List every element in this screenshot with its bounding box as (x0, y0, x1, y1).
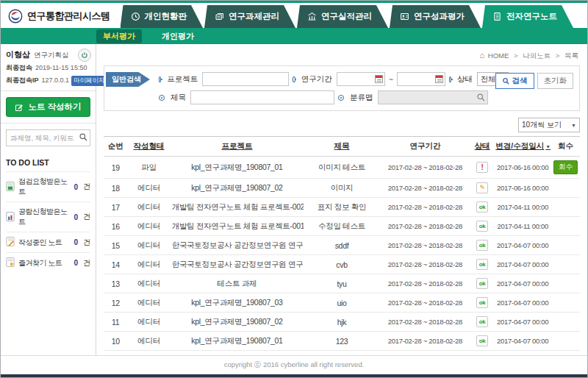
table-row[interactable]: 15 에디터 한국국토정보공사 공간정보연구원 연구과제 sddf 2017-0… (104, 236, 580, 255)
table-row[interactable]: 17 에디터 개발팀 전자연구노트 체험 프로젝트-002 표지 정보 확인 2… (104, 198, 580, 217)
cell-period: 2017-02-28 ~ 2018-02-28 (380, 332, 470, 351)
table-row[interactable]: 13 에디터 테스트 과제 tyu 2017-02-28 ~ 2018-02-2… (104, 274, 580, 293)
reset-button[interactable]: 초기화 (537, 73, 574, 89)
breadcrumb-my-notes[interactable]: 나의노트 (523, 51, 551, 60)
cell-project: kpl_연구과제명_190807_01 (171, 332, 304, 351)
write-note-button[interactable]: 노트 작성하기 (6, 97, 90, 117)
search-icon (502, 77, 510, 85)
cell-project: 한국국토정보공사 공간정보연구원 연구과제 (171, 255, 304, 274)
field-bullet-icon (293, 76, 295, 82)
table-row[interactable]: 19 파일 kpl_연구과제명_190807_01 이미지 테스트 2017-0… (104, 157, 580, 179)
main-content: ⌂ HOME > 나의노트 > 목록 일반검색 프로젝트 연구기간 ~ (96, 44, 587, 355)
todo-item-favorites[interactable]: 즐겨찾기 노트 0건 (6, 252, 90, 273)
col-title[interactable]: 제목 (304, 137, 380, 157)
cell-period: 2017-02-28 ~ 2018-02-28 (380, 313, 470, 332)
cell-no: 19 (104, 157, 127, 179)
todo-item-check-requested[interactable]: 점검요청받은노트 0건 (6, 171, 90, 202)
table-row[interactable]: 12 에디터 kpl_연구과제명_190807_03 uio 2017-02-2… (104, 293, 580, 313)
table-row[interactable]: 18 에디터 kpl_연구과제명_190807_02 이미지 2017-02-2… (104, 179, 580, 198)
person-card-icon (400, 12, 409, 21)
period-label: 연구기간 (301, 74, 332, 85)
cell-type: 에디터 (127, 332, 170, 351)
cell-modified: 2017-04-07 00:00 (494, 313, 551, 332)
cell-period: 2017-02-28 ~ 2018-02-28 (380, 274, 470, 293)
cell-no: 18 (104, 179, 127, 198)
col-modified[interactable]: 변경/수정일시▼ (494, 137, 551, 157)
sidebar: 이형삼연구기획실 최종접속2019-11-15 15:50 최종접속IP127.… (1, 44, 96, 355)
cell-no: 15 (104, 236, 127, 255)
logout-button[interactable] (78, 49, 91, 62)
cell-recall: 회수 (551, 157, 580, 179)
calendar-icon[interactable] (375, 75, 383, 83)
status-ok-icon: ok (476, 221, 488, 232)
note-edit-icon (6, 237, 15, 248)
calendar-icon[interactable] (435, 75, 443, 83)
chevron-down-icon: ▼ (571, 123, 576, 128)
cell-title[interactable]: 수정일 테스트 (304, 217, 380, 236)
app-header: 연구통합관리시스템 개인현황판 연구과제관리 연구실적관리 (1, 3, 587, 28)
table-row[interactable]: 14 에디터 한국국토정보공사 공간정보연구원 연구과제 cvb 2017-02… (104, 255, 580, 274)
tab-personal-dashboard[interactable]: 개인현황판 (121, 5, 204, 28)
col-period: 연구기간 (380, 137, 470, 157)
cell-recall (551, 179, 580, 198)
note-table: 순번 작성형태 프로젝트 제목 연구기간 상태 변경/수정일시▼ 회수 19 파… (104, 136, 580, 351)
cell-recall (551, 313, 580, 332)
table-row[interactable]: 10 에디터 kpl_연구과제명_190807_01 123 2017-02-2… (104, 332, 580, 351)
cell-recall (551, 332, 580, 351)
search-icon[interactable] (79, 132, 88, 143)
tab-label: 개인현황판 (145, 11, 187, 22)
todo-item-in-progress[interactable]: 작성중인 노트 0건 (6, 232, 90, 252)
project-input[interactable] (202, 72, 289, 86)
col-type[interactable]: 작성형태 (127, 137, 170, 157)
cell-title[interactable]: 123 (304, 332, 380, 351)
note-star-icon (6, 257, 15, 268)
cell-title[interactable]: uio (304, 293, 380, 313)
cell-title[interactable]: 표지 정보 확인 (304, 198, 380, 217)
tab-research-performance-mgmt[interactable]: 연구실적관리 (297, 5, 388, 28)
cell-period: 2017-02-28 ~ 2018-02-28 (380, 236, 470, 255)
cell-status: ok (470, 236, 494, 255)
cell-status: ! (470, 157, 494, 179)
cell-title[interactable]: sddf (304, 236, 380, 255)
todo-list: TO DO LIST 점검요청받은노트 0건 공람신청받은노트 0건 (1, 152, 96, 276)
cell-title[interactable]: cvb (304, 255, 380, 274)
table-row[interactable]: 16 에디터 개발팀 전자연구노트 체험 프로젝트-001 수정일 테스트 20… (104, 217, 580, 236)
search-button[interactable]: 검색 (495, 73, 534, 89)
cell-title[interactable]: 이미지 테스트 (304, 157, 380, 179)
table-row[interactable]: 11 에디터 kpl_연구과제명_190807_02 hjk 2017-02-2… (104, 313, 580, 332)
cell-no: 14 (104, 255, 127, 274)
todo-count: 0 (74, 259, 78, 267)
status-ok-icon: ok (476, 240, 488, 251)
tab-research-result-eval[interactable]: 연구성과평가 (390, 5, 481, 28)
user-info-box: 이형삼연구기획실 최종접속2019-11-15 15:50 최종접속IP127.… (1, 44, 96, 91)
col-status[interactable]: 상태 (470, 137, 494, 157)
last-ip-value: 127.0.0.1 (42, 76, 70, 84)
cell-modified: 2017-04-07 00:00 (494, 293, 551, 313)
field-bullet-icon (338, 95, 344, 101)
cell-status: ok (470, 313, 494, 332)
page-size-select[interactable]: 10개씩 보기▼ (518, 118, 580, 132)
recall-button[interactable]: 회수 (553, 160, 578, 174)
col-project[interactable]: 프로젝트 (171, 137, 304, 157)
title-input[interactable] (190, 90, 334, 104)
keyword-search-input[interactable] (6, 129, 90, 146)
subtab-department-eval[interactable]: 부서평가 (96, 29, 142, 43)
cell-no: 11 (104, 313, 127, 332)
tab-label: 연구실적관리 (321, 11, 372, 22)
cell-title[interactable]: 이미지 (304, 179, 380, 198)
cell-title[interactable]: hjk (304, 313, 380, 332)
category-map-input[interactable] (378, 90, 488, 104)
tab-electronic-research-note[interactable]: 전자연구노트 (482, 5, 573, 28)
app-title: 연구통합관리시스템 (27, 10, 110, 23)
todo-item-share-requested[interactable]: 공람신청받은노트 0건 (6, 202, 90, 232)
last-ip-row: 최종접속IP127.0.0.1마이페이지 (6, 76, 90, 86)
tab-research-project-mgmt[interactable]: 연구과제관리 (204, 5, 295, 28)
general-search-label: 일반검색 (106, 72, 150, 87)
subtab-personal-eval[interactable]: 개인평가 (155, 29, 201, 43)
note-table-body: 19 파일 kpl_연구과제명_190807_01 이미지 테스트 2017-0… (104, 157, 580, 351)
cell-title[interactable]: tyu (304, 274, 380, 293)
breadcrumb-home[interactable]: HOME (488, 51, 509, 60)
cell-type: 에디터 (127, 198, 170, 217)
search-icon[interactable] (476, 93, 486, 104)
mypage-link[interactable]: 마이페이지 (71, 76, 107, 86)
